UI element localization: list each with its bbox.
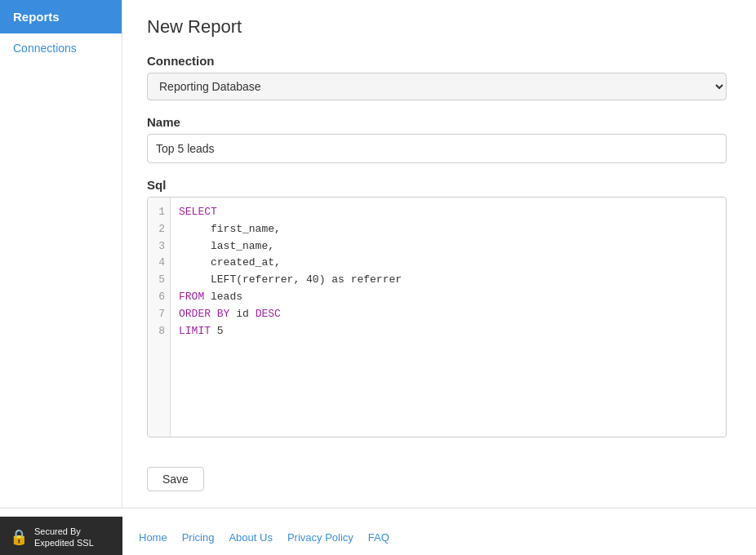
ssl-text: Secured By Expedited SSL: [34, 526, 94, 549]
lock-icon: 🔒: [10, 528, 28, 546]
connection-label: Connection: [147, 54, 732, 68]
sidebar: Reports Connections: [0, 0, 122, 508]
sql-section: Sql 1 2 3 4 5 6 7 8 SELECT first_name, l…: [147, 178, 732, 437]
line-numbers: 1 2 3 4 5 6 7 8: [148, 198, 171, 437]
sidebar-item-connections[interactable]: Connections: [0, 33, 122, 63]
footer-link-about[interactable]: About Us: [229, 531, 272, 544]
name-section: Name: [147, 115, 732, 163]
footer: 🔒 Secured By Expedited SSL Home Pricing …: [0, 508, 756, 555]
sql-editor[interactable]: 1 2 3 4 5 6 7 8 SELECT first_name, last_…: [147, 197, 727, 437]
footer-link-pricing[interactable]: Pricing: [182, 531, 215, 544]
ssl-line2: Expedited SSL: [34, 537, 94, 548]
connection-section: Connection Reporting Database: [147, 54, 732, 100]
footer-link-home[interactable]: Home: [139, 531, 167, 544]
sql-label: Sql: [147, 178, 732, 192]
sql-code: SELECT first_name, last_name, created_at…: [171, 198, 726, 437]
page-title: New Report: [147, 16, 732, 38]
ssl-line1: Secured By: [34, 526, 94, 537]
footer-link-faq[interactable]: FAQ: [368, 531, 389, 544]
name-label: Name: [147, 115, 732, 129]
footer-links: Home Pricing About Us Privacy Policy FAQ: [122, 531, 406, 544]
main-content: New Report Connection Reporting Database…: [122, 0, 756, 508]
footer-ssl: 🔒 Secured By Expedited SSL: [0, 517, 122, 555]
save-button[interactable]: Save: [147, 467, 204, 491]
connection-select[interactable]: Reporting Database: [147, 73, 727, 100]
footer-link-privacy[interactable]: Privacy Policy: [287, 531, 354, 544]
sidebar-item-reports[interactable]: Reports: [0, 0, 122, 33]
name-input[interactable]: [147, 134, 727, 163]
